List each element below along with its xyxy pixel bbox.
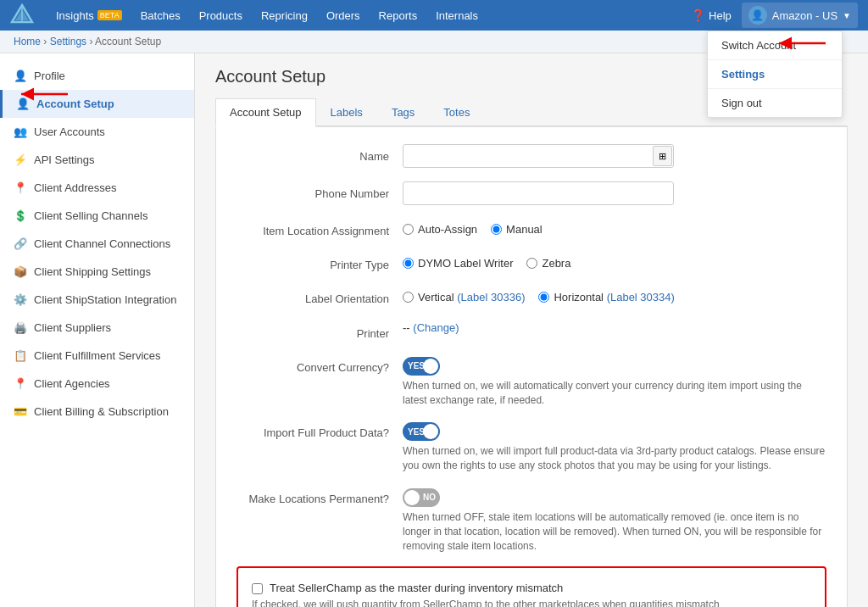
orientation-vertical[interactable]: Vertical (Label 30336) [403,291,525,304]
printer-dymo-radio[interactable] [403,258,414,269]
tab-tags[interactable]: Tags [377,98,429,125]
agency-icon: 📍 [14,377,27,390]
sidebar-item-client-agencies[interactable]: 📍 Client Agencies [0,370,194,398]
make-locations-toggle[interactable]: NO [403,488,440,507]
toggle-circle-3 [404,490,420,505]
name-input-button[interactable]: ⊞ [653,146,672,166]
name-input-wrap: ⊞ [403,144,674,168]
checkbox-description: If checked, we will push quantity from S… [252,598,811,607]
convert-currency-control: YES When turned on, we will automaticall… [403,355,826,408]
convert-currency-switch[interactable]: YES [403,357,440,376]
make-locations-desc: When turned OFF, stale item locations wi… [403,510,826,553]
logo [10,3,34,27]
nav-products[interactable]: Products [191,4,251,27]
printer-zebra-radio[interactable] [526,258,537,269]
sellerchamp-master-checkbox[interactable] [252,583,263,594]
import-full-product-desc: When turned on, we will import full prod… [403,444,826,473]
orientation-horizontal-radio[interactable] [538,292,549,303]
form-row-printer-type: Printer Type DYMO Label Writer Zebra [236,253,826,273]
link-icon: 🔗 [14,237,27,250]
breadcrumb-home[interactable]: Home [14,36,41,47]
checkbox-section: Treat SellerChamp as the master during i… [236,566,826,607]
import-full-product-toggle-wrap: YES [403,420,826,441]
printer-change-link[interactable]: (Change) [413,321,459,334]
sidebar-item-account-setup[interactable]: 👤 Account Setup [0,90,194,118]
sidebar-item-client-fulfillment-services[interactable]: 📋 Client Fulfillment Services [0,342,194,370]
nav-insights[interactable]: Insights BETA [47,4,131,27]
import-full-product-toggle[interactable]: YES [403,422,440,441]
nav-reports[interactable]: Reports [370,4,426,27]
phone-control [403,181,826,205]
account-dropdown: Switch Account Settings Sign out [707,31,843,118]
sidebar-item-client-shipping-settings[interactable]: 📦 Client Shipping Settings [0,258,194,286]
user-avatar: 👤 [748,6,767,25]
import-full-product-switch[interactable]: YES [403,422,440,441]
sidebar-item-client-channel-connections[interactable]: 🔗 Client Channel Connections [0,230,194,258]
sidebar-item-client-billing-subscription[interactable]: 💳 Client Billing & Subscription [0,398,194,426]
main-layout: 👤 Profile 👤 Account Setup 👥 User Account… [0,53,868,607]
make-locations-switch[interactable]: NO [403,488,440,507]
make-locations-toggle-wrap: NO [403,487,826,507]
nav-orders[interactable]: Orders [318,4,369,27]
breadcrumb-current: Account Setup [95,36,161,47]
convert-currency-label: Convert Currency? [236,355,389,376]
import-full-product-control: YES When turned on, we will import full … [403,420,826,473]
printer-control: -- (Change) [403,321,826,334]
breadcrumb-settings[interactable]: Settings [50,36,86,47]
sidebar-item-profile[interactable]: 👤 Profile [0,62,194,90]
printer-type-label: Printer Type [236,253,389,273]
clipboard-icon: 📋 [14,349,27,362]
nav-repricing[interactable]: Repricing [253,4,316,27]
phone-input[interactable] [403,181,674,205]
form-row-import-full-product: Import Full Product Data? YES When turne… [236,420,826,473]
make-locations-control: NO When turned OFF, stale item locations… [403,487,826,553]
toggle-circle-2 [423,424,438,439]
toggle-yes-label: YES [408,361,425,370]
dropdown-signout[interactable]: Sign out [708,89,842,117]
location-icon: 📍 [14,181,27,194]
sidebar-item-user-accounts[interactable]: 👥 User Accounts [0,118,194,146]
printer-type-control: DYMO Label Writer Zebra [403,253,826,270]
item-location-manual[interactable]: Manual [491,223,542,236]
form-row-item-location: Item Location Assignment Auto-Assign Man… [236,219,826,239]
item-location-auto[interactable]: Auto-Assign [403,223,477,236]
tab-totes[interactable]: Totes [429,98,484,125]
shipping-icon: 📦 [14,265,27,278]
orientation-horizontal[interactable]: Horizontal (Label 30334) [538,291,674,304]
billing-icon: 💳 [14,405,27,418]
sellerchamp-master-label: Treat SellerChamp as the master during i… [270,582,563,594]
printer-label: Printer [236,321,389,342]
sidebar-item-client-shipstation-integration[interactable]: ⚙️ Client ShipStation Integration [0,286,194,314]
sidebar-item-client-addresses[interactable]: 📍 Client Addresses [0,174,194,202]
dropdown-settings[interactable]: Settings [708,60,842,89]
make-locations-label: Make Locations Permanent? [236,487,389,507]
name-input[interactable] [403,144,674,168]
sellerchamp-master-checkbox-item: Treat SellerChamp as the master during i… [252,582,811,594]
tab-labels[interactable]: Labels [316,98,377,125]
nav-internals[interactable]: Internals [427,4,487,27]
help-button[interactable]: ❓ Help [691,8,732,22]
sidebar-item-api-settings[interactable]: ⚡ API Settings [0,146,194,174]
dropdown-switch-account[interactable]: Switch Account [708,31,842,60]
nav-items: Insights BETA Batches Products Repricing… [47,4,691,27]
tab-account-setup[interactable]: Account Setup [215,98,316,127]
form-row-label-orientation: Label Orientation Vertical (Label 30336)… [236,287,826,307]
account-button[interactable]: 👤 Amazon - US ▼ [742,3,858,28]
item-location-manual-radio[interactable] [491,224,502,235]
form-row-printer: Printer -- (Change) [236,321,826,342]
orientation-vertical-radio[interactable] [403,292,414,303]
convert-currency-toggle[interactable]: YES [403,357,440,376]
form-row-phone: Phone Number [236,181,826,205]
sidebar-item-client-suppliers[interactable]: 🖨️ Client Suppliers [0,314,194,342]
toggle-circle [423,359,438,374]
form-row-name: Name ⊞ [236,144,826,168]
item-location-auto-radio[interactable] [403,224,414,235]
nav-batches[interactable]: Batches [132,4,189,27]
printer-dymo[interactable]: DYMO Label Writer [403,257,513,270]
chevron-down-icon: ▼ [843,11,851,20]
sidebar-item-client-selling-channels[interactable]: 💲 Client Selling Channels [0,202,194,230]
dollar-icon: 💲 [14,209,27,222]
content-area: Account Setup Account Setup Labels Tags … [195,53,868,607]
form-row-convert-currency: Convert Currency? YES When turned on, we… [236,355,826,408]
printer-zebra[interactable]: Zebra [526,257,570,270]
